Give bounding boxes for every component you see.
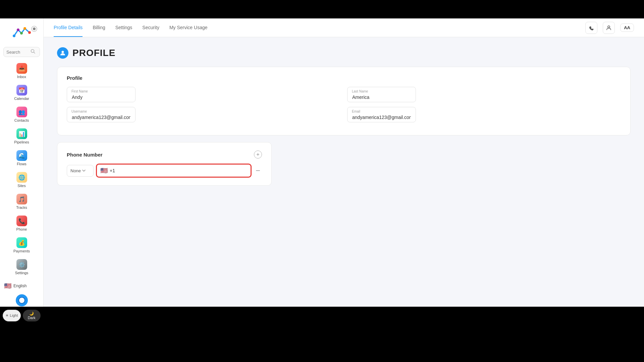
tab-security[interactable]: Security: [142, 19, 159, 37]
language-flag: 🇺🇸: [4, 282, 11, 290]
app-logo: [13, 25, 31, 40]
svg-point-0: [20, 32, 23, 35]
first-name-label: First Name: [71, 89, 88, 93]
phone-type-label: None: [70, 168, 81, 173]
top-nav: Profile Details Billing Settings Securit…: [44, 18, 644, 37]
nav-items: 📥 Inbox 📅 Calendar 👥 Contacts 📊 Pipeline…: [0, 60, 43, 278]
sidebar-item-calendar[interactable]: 📅 Calendar: [2, 82, 41, 103]
phone-number-input-wrapper: 🇺🇸: [96, 164, 251, 177]
user-icon: [606, 25, 611, 31]
first-name-input[interactable]: [67, 87, 136, 102]
page-header: PROFILE: [57, 47, 631, 59]
sidebar-item-phone[interactable]: 📞 Phone: [2, 213, 41, 234]
phone-delete-button[interactable]: [254, 167, 262, 175]
phone-number-input[interactable]: [110, 165, 247, 177]
search-icon: [31, 49, 35, 55]
phone-input-row: None 🇺🇸: [67, 164, 262, 177]
settings-label: Settings: [15, 271, 29, 275]
sidebar-item-tracks[interactable]: 🎵 Tracks: [2, 191, 41, 212]
sidebar-item-payments[interactable]: 💰 Payments: [2, 235, 41, 256]
theme-toggle-button[interactable]: [16, 294, 28, 306]
phone-type-select[interactable]: None: [67, 165, 94, 177]
svg-point-3: [17, 28, 19, 31]
sidebar: 📥 Inbox 📅 Calendar 👥 Contacts 📊 Pipeline…: [0, 18, 44, 307]
sites-icon: 🌐: [16, 172, 27, 183]
phone-card-header: Phone Number +: [67, 150, 262, 159]
username-group: Username: [67, 107, 340, 122]
last-name-input[interactable]: [347, 87, 416, 102]
sidebar-item-sites[interactable]: 🌐 Sites: [2, 169, 41, 190]
flows-icon: 🌊: [16, 150, 27, 161]
contacts-label: Contacts: [14, 118, 29, 122]
light-theme-label: Light: [10, 313, 18, 317]
profile-card-title: Profile: [67, 75, 621, 81]
sidebar-item-flows[interactable]: 🌊 Flows: [2, 147, 41, 169]
language-selector[interactable]: 🇺🇸 English: [3, 281, 41, 291]
svg-point-8: [62, 51, 64, 53]
svg-point-4: [13, 35, 15, 37]
sidebar-item-inbox[interactable]: 📥 Inbox: [2, 60, 41, 81]
phone-icon: [589, 25, 594, 31]
flows-label: Flows: [17, 162, 26, 166]
calendar-label: Calendar: [14, 97, 29, 101]
pipelines-label: Pipelines: [14, 140, 29, 144]
tab-billing[interactable]: Billing: [93, 19, 105, 37]
dark-theme-button[interactable]: 🌙 Dark: [23, 310, 41, 321]
tab-my-service-usage[interactable]: My Service Usage: [169, 19, 208, 37]
aa-button[interactable]: AA: [620, 23, 634, 32]
sidebar-item-contacts[interactable]: 👥 Contacts: [2, 104, 41, 125]
name-row: First Name Last Name: [67, 87, 621, 102]
phone-flag: 🇺🇸: [100, 167, 108, 174]
svg-point-1: [23, 27, 26, 30]
svg-point-2: [28, 31, 31, 34]
payments-icon: 💰: [16, 237, 27, 248]
minus-icon: [256, 168, 260, 173]
last-name-label: Last Name: [352, 89, 368, 93]
search-box[interactable]: [3, 47, 40, 57]
chevron-down-icon: [82, 170, 86, 172]
language-label: English: [13, 284, 26, 288]
sidebar-logo: [0, 22, 43, 45]
top-nav-actions: AA: [585, 22, 634, 34]
dark-theme-icon: 🌙: [29, 311, 34, 315]
page-content: PROFILE Profile First Name Last Name: [44, 37, 644, 307]
email-group: Email: [347, 107, 621, 122]
phone-card-title: Phone Number: [67, 152, 103, 158]
person-icon: [60, 50, 66, 56]
pipelines-icon: 📊: [16, 128, 27, 139]
phone-card: Phone Number + None 🇺🇸: [57, 142, 272, 186]
payments-label: Payments: [13, 249, 30, 253]
light-theme-icon: ☀: [5, 313, 9, 317]
svg-point-7: [608, 26, 610, 28]
email-wrapper: Email: [347, 107, 621, 122]
phone-icon: 📞: [16, 216, 27, 226]
top-nav-tabs: Profile Details Billing Settings Securit…: [54, 19, 208, 37]
profile-card: Profile First Name Last Name: [57, 67, 631, 135]
username-input[interactable]: [67, 107, 136, 122]
tracks-label: Tracks: [16, 205, 27, 209]
tab-profile-details[interactable]: Profile Details: [54, 19, 83, 37]
dark-theme-label: Dark: [28, 316, 36, 320]
settings-icon: ⚙️: [16, 259, 27, 270]
search-input[interactable]: [6, 50, 30, 55]
svg-line-6: [34, 52, 35, 54]
last-name-group: Last Name: [347, 87, 621, 102]
sidebar-item-pipelines[interactable]: 📊 Pipelines: [2, 126, 41, 147]
email-input[interactable]: [347, 107, 416, 122]
profile-icon: [57, 47, 68, 59]
account-row: Username Email: [67, 107, 621, 122]
first-name-wrapper: First Name: [67, 87, 340, 102]
record-button[interactable]: [31, 26, 37, 32]
user-action-button[interactable]: [603, 22, 615, 34]
tab-settings[interactable]: Settings: [115, 19, 132, 37]
phone-action-button[interactable]: [585, 22, 597, 34]
sidebar-item-settings[interactable]: ⚙️ Settings: [2, 256, 41, 278]
sidebar-bottom: 🇺🇸 English ☀ Light 🌙 Dark: [0, 278, 43, 325]
light-theme-button[interactable]: ☀ Light: [3, 310, 21, 321]
add-phone-button[interactable]: +: [254, 150, 262, 159]
sites-label: Sites: [17, 184, 25, 188]
last-name-wrapper: Last Name: [347, 87, 621, 102]
email-label: Email: [352, 110, 360, 113]
calendar-icon: 📅: [16, 85, 27, 96]
theme-toggle-inner: [18, 297, 25, 304]
